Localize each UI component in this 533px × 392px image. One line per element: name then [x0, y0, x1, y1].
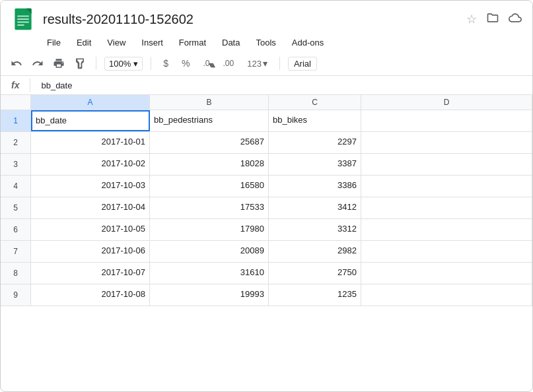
decimal00-button[interactable]: .00 — [219, 57, 238, 69]
cell-a3[interactable]: 2017-10-02 — [31, 154, 150, 175]
cell-c9[interactable]: 1235 — [269, 284, 361, 306]
spreadsheet: A B C D 1 bb_date bb_pedestrians bb_bike… — [1, 95, 532, 306]
svg-rect-2 — [17, 16, 29, 17]
svg-rect-4 — [17, 22, 29, 23]
cell-d6[interactable] — [361, 219, 532, 240]
title-bar: results-20201110-152602 ☆ — [1, 1, 532, 34]
cell-c5[interactable]: 3412 — [269, 197, 361, 218]
cell-a6[interactable]: 2017-10-05 — [31, 219, 150, 240]
row-number-1[interactable]: 1 — [1, 110, 31, 131]
fx-label: fx — [6, 80, 24, 90]
percent-format-button[interactable]: % — [178, 57, 194, 70]
table-row: 9 2017-10-08 19993 1235 — [1, 284, 532, 306]
cell-b9[interactable]: 19993 — [150, 284, 269, 306]
document-title: results-20201110-152602 — [43, 12, 458, 27]
cell-b8[interactable]: 31610 — [150, 263, 269, 284]
zoom-selector[interactable]: 100% ▾ — [104, 57, 143, 71]
column-header-b[interactable]: B — [150, 95, 269, 110]
cell-c2[interactable]: 2297 — [269, 132, 361, 153]
number-format-chevron: ▾ — [263, 58, 267, 69]
toolbar-separator-1 — [96, 57, 96, 70]
row-number-4[interactable]: 4 — [1, 176, 31, 197]
cell-d4[interactable] — [361, 176, 532, 197]
menu-tools[interactable]: Tools — [249, 35, 282, 50]
row-number-2[interactable]: 2 — [1, 132, 31, 153]
row-number-5[interactable]: 5 — [1, 197, 31, 218]
cell-b3[interactable]: 18028 — [150, 154, 269, 175]
dollar-format-button[interactable]: $ — [159, 57, 172, 70]
menu-view[interactable]: View — [100, 35, 132, 50]
cell-b6[interactable]: 17980 — [150, 219, 269, 240]
cell-b7[interactable]: 20089 — [150, 241, 269, 262]
cell-c4[interactable]: 3386 — [269, 176, 361, 197]
star-icon[interactable]: ☆ — [466, 12, 477, 26]
table-row: 7 2017-10-06 20089 2982 — [1, 241, 532, 263]
cell-d5[interactable] — [361, 197, 532, 218]
cell-d1[interactable] — [361, 110, 532, 131]
menu-insert[interactable]: Insert — [135, 35, 170, 50]
column-headers: A B C D — [1, 95, 532, 110]
row-number-8[interactable]: 8 — [1, 263, 31, 284]
cell-a7[interactable]: 2017-10-06 — [31, 241, 150, 262]
cell-a5[interactable]: 2017-10-04 — [31, 197, 150, 218]
column-header-a[interactable]: A — [31, 95, 150, 110]
zoom-value: 100% — [109, 59, 131, 69]
cell-a9[interactable]: 2017-10-08 — [31, 284, 150, 306]
cell-c6[interactable]: 3312 — [269, 219, 361, 240]
print-button[interactable] — [51, 55, 67, 71]
undo-button[interactable] — [9, 55, 24, 71]
cell-c7[interactable]: 2982 — [269, 241, 361, 262]
formula-bar: fx bb_date — [1, 76, 532, 95]
font-name: Arial — [294, 59, 311, 69]
cell-d2[interactable] — [361, 132, 532, 153]
decimal0-button[interactable]: .0 — [199, 57, 214, 69]
cell-b5[interactable]: 17533 — [150, 197, 269, 218]
table-row: 3 2017-10-02 18028 3387 — [1, 154, 532, 176]
cell-d3[interactable] — [361, 154, 532, 175]
folder-icon[interactable] — [486, 11, 499, 28]
corner-header — [1, 95, 31, 110]
table-row: 6 2017-10-05 17980 3312 — [1, 219, 532, 241]
cell-d9[interactable] — [361, 284, 532, 306]
table-row: 4 2017-10-03 16580 3386 — [1, 176, 532, 197]
redo-button[interactable] — [30, 55, 46, 71]
cell-b2[interactable]: 25687 — [150, 132, 269, 153]
cell-a8[interactable]: 2017-10-07 — [31, 263, 150, 284]
menu-addons[interactable]: Add-ons — [285, 35, 330, 50]
toolbar: 100% ▾ $ % .0 .00 123 ▾ Arial — [1, 51, 532, 76]
cell-c8[interactable]: 2750 — [269, 263, 361, 284]
cloud-icon — [509, 11, 522, 28]
row-number-6[interactable]: 6 — [1, 219, 31, 240]
menu-format[interactable]: Format — [172, 35, 213, 50]
cell-b1[interactable]: bb_pedestrians — [150, 110, 269, 131]
row-number-9[interactable]: 9 — [1, 284, 31, 306]
number-format-label: 123 — [247, 59, 262, 69]
column-header-c[interactable]: C — [269, 95, 361, 110]
menu-bar: File Edit View Insert Format Data Tools … — [1, 34, 532, 51]
cell-d7[interactable] — [361, 241, 532, 262]
toolbar-separator-2 — [151, 57, 151, 70]
number-format-button[interactable]: 123 ▾ — [243, 57, 271, 70]
font-selector[interactable]: Arial — [288, 57, 317, 71]
row-number-3[interactable]: 3 — [1, 154, 31, 175]
data-rows: 2 2017-10-01 25687 2297 3 2017-10-02 180… — [1, 132, 532, 306]
cell-d8[interactable] — [361, 263, 532, 284]
column-header-d[interactable]: D — [361, 95, 532, 110]
table-row: 5 2017-10-04 17533 3412 — [1, 197, 532, 219]
formula-input[interactable]: bb_date — [36, 79, 527, 92]
cell-c3[interactable]: 3387 — [269, 154, 361, 175]
cell-c1[interactable]: bb_bikes — [269, 110, 361, 131]
app-icon — [11, 7, 35, 31]
menu-data[interactable]: Data — [215, 35, 246, 50]
menu-edit[interactable]: Edit — [70, 35, 98, 50]
paint-format-button[interactable] — [72, 55, 88, 71]
cell-a2[interactable]: 2017-10-01 — [31, 132, 150, 153]
table-row: 8 2017-10-07 31610 2750 — [1, 263, 532, 284]
table-row: 2 2017-10-01 25687 2297 — [1, 132, 532, 154]
cell-b4[interactable]: 16580 — [150, 176, 269, 197]
toolbar-separator-3 — [279, 57, 280, 70]
cell-a4[interactable]: 2017-10-03 — [31, 176, 150, 197]
cell-a1[interactable]: bb_date — [31, 110, 150, 131]
row-number-7[interactable]: 7 — [1, 241, 31, 262]
menu-file[interactable]: File — [40, 35, 67, 50]
